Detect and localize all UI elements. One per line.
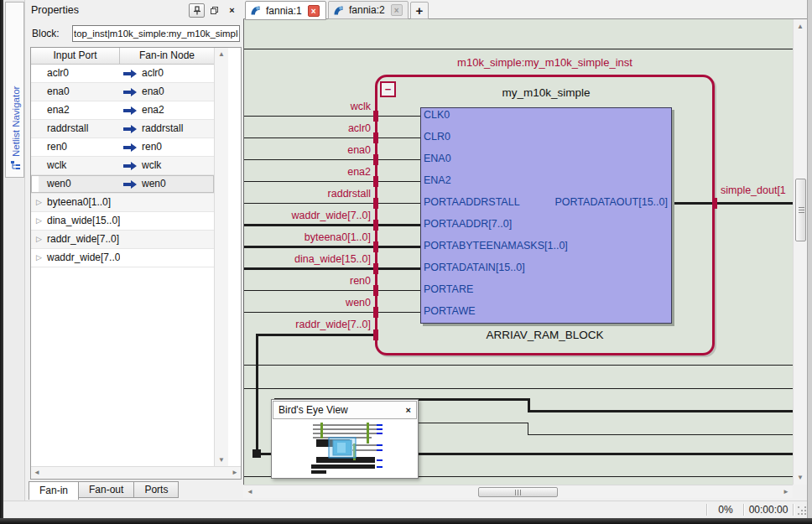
- port-label: PORTAADDR[7..0]: [424, 218, 512, 230]
- thumb-grip-icon: [515, 490, 522, 495]
- port-label: CLR0: [424, 131, 450, 143]
- scroll-left-icon[interactable]: ◄: [34, 469, 40, 476]
- input-port-cell: ren0: [47, 141, 67, 153]
- table-horizontal-scrollbar[interactable]: ◄ ►: [31, 466, 241, 479]
- table-row[interactable]: aclr0 aclr0: [31, 65, 214, 83]
- port-label: PORTADATAIN[15..0]: [424, 262, 525, 273]
- column-header-fanin-node[interactable]: Fan-in Node: [120, 48, 214, 64]
- table-vertical-scrollbar[interactable]: ▲ ▼: [214, 48, 228, 466]
- expand-icon[interactable]: ▷: [36, 212, 42, 230]
- port-label: ENA2: [424, 174, 451, 186]
- fanin-node-cell: wclk: [142, 157, 161, 174]
- table-row[interactable]: ▷dina_wide[15..0]: [31, 212, 214, 231]
- schematic-wire: [528, 434, 793, 435]
- pin-icon: [193, 6, 201, 15]
- vertical-scroll-thumb[interactable]: [795, 179, 806, 241]
- scroll-down-icon[interactable]: ▼: [794, 474, 807, 481]
- expand-icon[interactable]: ▷: [36, 249, 42, 267]
- wire-label: ren0: [350, 275, 371, 287]
- table-row[interactable]: ▷waddr_wide[7..0]: [31, 249, 214, 267]
- birds-eye-content[interactable]: [273, 420, 417, 477]
- scroll-up-icon[interactable]: ▲: [794, 23, 807, 30]
- column-header-input-port[interactable]: Input Port: [31, 48, 120, 64]
- module-name: my_m10k_simple: [420, 86, 672, 99]
- bus-simple-dout: [672, 202, 793, 205]
- schematic-wire: [244, 365, 793, 366]
- wire-label: byteena0[1..0]: [304, 231, 371, 243]
- input-port-cell: ena2: [47, 104, 70, 116]
- port-tick: [373, 241, 378, 252]
- wire-ena2: [244, 181, 420, 182]
- scroll-down-icon[interactable]: ▼: [215, 456, 228, 464]
- scroll-up-icon[interactable]: ▲: [215, 50, 228, 58]
- fanin-table: Input Port Fan-in Node aclr0 aclr0 ena0 …: [30, 47, 242, 480]
- port-label: PORTAADDRSTALL: [424, 196, 520, 208]
- document-tabbar: fannia:1 × fannia:2 × +: [243, 0, 807, 19]
- horizontal-scroll-thumb[interactable]: [478, 487, 558, 497]
- scroll-right-icon[interactable]: ►: [783, 488, 789, 495]
- input-port-icon: [123, 88, 138, 96]
- tab-fan-in[interactable]: Fan-in: [29, 481, 79, 500]
- input-port-icon: [123, 180, 138, 189]
- panel-close-button[interactable]: ×: [224, 3, 240, 18]
- table-row[interactable]: wclk wclk: [31, 157, 214, 175]
- input-port-cell: ena0: [47, 86, 70, 97]
- block-path-input[interactable]: [72, 25, 240, 42]
- table-empty-area: [31, 267, 214, 466]
- table-row-selected[interactable]: wen0 wen0: [31, 175, 214, 194]
- bus-waddr-wide: [244, 224, 420, 226]
- table-header: Input Port Fan-in Node: [31, 48, 214, 65]
- statusbar-separator: [793, 504, 794, 516]
- float-button[interactable]: [206, 3, 222, 18]
- port-tick: [373, 307, 378, 318]
- new-tab-button[interactable]: +: [410, 2, 429, 19]
- input-port-cell: wclk: [47, 159, 66, 171]
- birds-eye-view-window[interactable]: Bird's Eye View ×: [271, 399, 419, 479]
- schematic-page-icon: [333, 5, 344, 16]
- window-edge: [0, 0, 3, 524]
- output-wire-label: simple_dout[1: [721, 184, 786, 196]
- tab-close-icon[interactable]: ×: [391, 4, 403, 16]
- table-row[interactable]: ren0 ren0: [31, 138, 214, 157]
- scroll-left-icon[interactable]: ◄: [247, 488, 253, 495]
- tab-fan-out[interactable]: Fan-out: [79, 481, 134, 498]
- port-tick: [373, 220, 378, 231]
- expand-icon[interactable]: ▷: [36, 231, 42, 248]
- table-row[interactable]: raddrstall raddrstall: [31, 120, 214, 138]
- thumb-grip-icon: [799, 207, 804, 214]
- block-field-row: Block:: [25, 23, 243, 44]
- scroll-right-icon[interactable]: ►: [232, 469, 238, 476]
- canvas-vertical-scrollbar[interactable]: ▲ ▼: [793, 19, 807, 485]
- wire-label: wen0: [346, 297, 371, 309]
- expand-icon[interactable]: ▷: [36, 194, 42, 211]
- port-tick: [373, 285, 378, 296]
- birds-eye-close-icon[interactable]: ×: [406, 405, 411, 415]
- tab-fannia-2[interactable]: fannia:2 ×: [328, 1, 409, 19]
- fanin-node-cell: aclr0: [142, 65, 164, 82]
- birds-eye-titlebar[interactable]: Bird's Eye View ×: [273, 401, 417, 419]
- tab-close-icon[interactable]: ×: [308, 5, 320, 17]
- float-icon: [211, 7, 218, 14]
- tab-ports[interactable]: Ports: [134, 481, 179, 498]
- canvas-horizontal-scrollbar[interactable]: ◄ ►: [243, 485, 793, 498]
- wire-label: raddr_wide[7..0]: [295, 319, 371, 330]
- schematic-wire: [528, 423, 528, 435]
- instance-title: m10k_simple:my_m10k_simple_inst: [375, 56, 715, 69]
- tab-label: fannia:1: [266, 5, 302, 17]
- table-row[interactable]: ena2 ena2: [31, 101, 214, 120]
- wire-wen0: [244, 312, 420, 313]
- tab-fannia-1[interactable]: fannia:1 ×: [245, 1, 326, 20]
- table-row[interactable]: ▷byteena0[1..0]: [31, 194, 214, 212]
- netlist-navigator-tab[interactable]: Netlist Navigator: [5, 2, 24, 178]
- port-label-output: PORTADATAOUT[15..0]: [554, 196, 668, 208]
- port-label: PORTABYTEENAMASKS[1..0]: [424, 240, 568, 252]
- port-tick: [373, 111, 378, 122]
- collapse-button[interactable]: −: [380, 81, 396, 97]
- port-tick: [373, 154, 378, 165]
- table-row[interactable]: ena0 ena0: [31, 83, 214, 101]
- window-edge: [0, 518, 812, 524]
- port-label: PORTAWE: [424, 305, 476, 317]
- schematic-canvas[interactable]: m10k_simple:my_m10k_simple_inst −: [243, 19, 793, 485]
- pin-button[interactable]: [189, 3, 205, 18]
- table-row[interactable]: ▷raddr_wide[7..0]: [31, 231, 214, 249]
